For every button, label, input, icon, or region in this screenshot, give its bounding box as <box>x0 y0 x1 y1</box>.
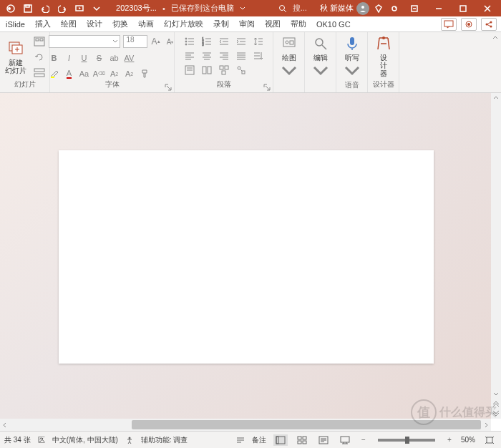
svg-rect-48 <box>298 441 301 444</box>
sync-icon[interactable] <box>388 2 401 15</box>
tab-record[interactable]: 录制 <box>213 19 229 29</box>
superscript-button[interactable]: A2 <box>109 68 120 79</box>
zoom-in-button[interactable]: + <box>445 436 454 444</box>
line-spacing-button[interactable] <box>250 35 266 48</box>
designer-button[interactable]: 设 计 器 <box>371 35 397 77</box>
language-status[interactable]: 中文(简体, 中国大陆) <box>52 435 118 445</box>
autosave-toggle[interactable] <box>4 2 17 15</box>
indent-decrease-button[interactable] <box>216 35 232 48</box>
highlight-button[interactable] <box>49 68 60 79</box>
font-size-combo[interactable]: 18 <box>123 35 147 48</box>
zoom-slider[interactable] <box>378 439 435 442</box>
increase-font-button[interactable]: A▴ <box>150 36 162 47</box>
paragraph-group-label: 段落 <box>217 79 231 91</box>
chevron-down-icon[interactable] <box>240 6 245 11</box>
qat-customize[interactable] <box>90 2 103 15</box>
reading-view-button[interactable] <box>316 434 331 446</box>
new-slide-label: 新建 幻灯片 <box>5 59 26 74</box>
save-status: 已保存到这台电脑 <box>171 3 234 14</box>
font-family-combo[interactable] <box>49 35 120 48</box>
align-text-button[interactable] <box>182 64 198 77</box>
reset-button[interactable] <box>31 51 47 64</box>
slides-group-label: 幻灯片 <box>14 79 36 91</box>
indent-increase-button[interactable] <box>233 35 249 48</box>
slide-canvas[interactable] <box>0 93 491 419</box>
section-button[interactable] <box>31 67 47 79</box>
tab-slideshow[interactable]: 幻灯片放映 <box>164 19 203 29</box>
underline-button[interactable]: U <box>79 52 90 64</box>
titlebar: 202303号... • 已保存到这台电脑 搜... 秋 新媒体 <box>0 0 501 16</box>
dictate-button[interactable]: 听写 <box>339 35 365 80</box>
new-slide-button[interactable]: 新建 幻灯片 <box>3 35 29 79</box>
svg-point-25 <box>185 44 187 45</box>
scroll-down-button[interactable] <box>491 389 501 399</box>
vertical-scrollbar[interactable] <box>491 93 501 419</box>
tab-view[interactable]: 视图 <box>265 19 281 29</box>
search-icon[interactable] <box>278 4 287 13</box>
char-spacing-button[interactable]: AV <box>124 52 135 64</box>
tab-transitions[interactable]: 切换 <box>112 19 128 29</box>
tab-islide[interactable]: iSlide <box>6 20 25 29</box>
convert-button[interactable] <box>233 64 249 77</box>
tab-draw[interactable]: 绘图 <box>61 19 77 29</box>
undo-button[interactable] <box>39 2 52 15</box>
maximize-button[interactable] <box>452 0 474 16</box>
format-painter-button[interactable] <box>139 68 150 79</box>
drawing-button[interactable]: 绘图 <box>276 35 302 80</box>
collapse-ribbon-button[interactable] <box>491 34 500 44</box>
spellcheck-icon[interactable]: 匛 <box>38 435 45 445</box>
slide[interactable] <box>59 150 434 364</box>
save-button[interactable] <box>21 2 34 15</box>
tab-design[interactable]: 设计 <box>87 19 102 29</box>
accessibility-status[interactable]: 辅助功能: 调查 <box>141 435 188 445</box>
tab-ok10[interactable]: OK10 GC <box>316 20 351 29</box>
align-center-button[interactable] <box>199 49 215 62</box>
tab-help[interactable]: 帮助 <box>291 19 306 29</box>
comments-button[interactable] <box>441 18 457 31</box>
user-avatar[interactable] <box>356 2 369 15</box>
font-color-button[interactable]: A <box>64 68 75 79</box>
clear-format-button[interactable]: A⌫ <box>94 68 105 79</box>
redo-button[interactable] <box>56 2 69 15</box>
ribbon-options-button[interactable] <box>404 0 425 16</box>
normal-view-button[interactable] <box>273 434 288 446</box>
bullets-button[interactable] <box>182 35 198 48</box>
bold-button[interactable]: B <box>49 52 60 64</box>
align-right-button[interactable] <box>216 49 232 62</box>
text-direction-button[interactable] <box>250 49 266 62</box>
smartart-button[interactable] <box>216 64 232 77</box>
editing-button[interactable]: 编辑 <box>308 35 334 80</box>
layout-button[interactable] <box>31 35 47 48</box>
strikethrough-button[interactable]: S <box>94 52 105 64</box>
change-case-button[interactable]: Aa <box>79 68 90 79</box>
scroll-left-button[interactable] <box>0 419 10 431</box>
sorter-view-button[interactable] <box>295 434 309 446</box>
shadow-button[interactable]: ab <box>109 52 120 64</box>
start-from-beginning-button[interactable] <box>73 2 86 15</box>
svg-text:3: 3 <box>202 42 204 47</box>
zoom-out-button[interactable]: − <box>359 436 368 444</box>
scroll-up-button[interactable] <box>491 93 501 103</box>
align-left-button[interactable] <box>182 49 198 62</box>
justify-button[interactable] <box>233 49 249 62</box>
numbering-button[interactable]: 123 <box>199 35 215 48</box>
share-button[interactable] <box>481 18 497 31</box>
diamond-icon[interactable] <box>372 2 385 15</box>
columns-button[interactable] <box>199 64 215 77</box>
close-button[interactable] <box>477 0 498 16</box>
ribbon-tabs: iSlide 插入 绘图 设计 切换 动画 幻灯片放映 录制 审阅 视图 帮助 … <box>0 16 501 32</box>
font-launcher[interactable] <box>165 84 172 91</box>
paragraph-launcher[interactable] <box>263 84 271 91</box>
italic-button[interactable]: I <box>64 52 75 64</box>
tab-animations[interactable]: 动画 <box>138 19 154 29</box>
zoom-level[interactable]: 50% <box>461 436 475 444</box>
minimize-button[interactable] <box>428 0 449 16</box>
search-placeholder[interactable]: 搜... <box>293 3 307 14</box>
record-indicator[interactable] <box>461 18 477 31</box>
slideshow-view-button[interactable] <box>338 434 352 446</box>
tab-insert[interactable]: 插入 <box>35 19 51 29</box>
fit-window-button[interactable] <box>482 434 497 446</box>
tab-review[interactable]: 审阅 <box>239 19 255 29</box>
subscript-button[interactable]: A2 <box>124 68 135 79</box>
notes-button[interactable]: 备注 <box>252 435 266 445</box>
